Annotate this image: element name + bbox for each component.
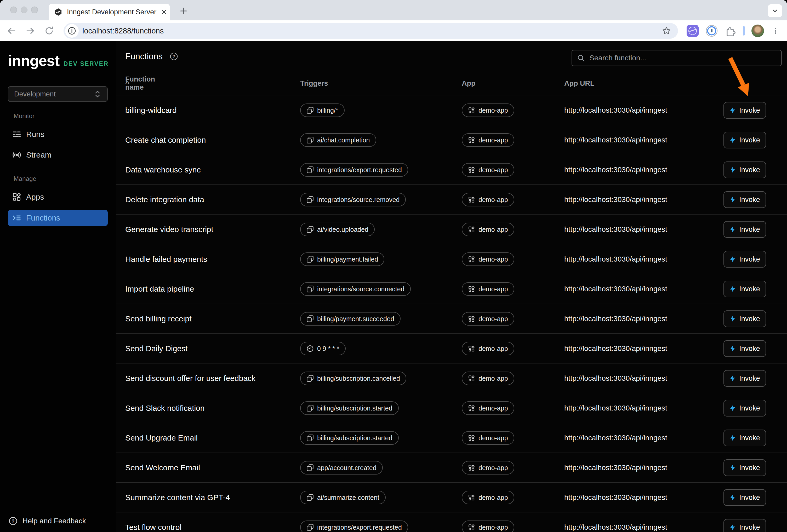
forward-button[interactable] <box>23 23 38 38</box>
window-minimize-button[interactable] <box>21 6 27 13</box>
sort-asc-icon: ^ <box>125 71 129 95</box>
sidebar-item-apps[interactable]: Apps <box>8 189 108 205</box>
search-icon <box>577 54 585 62</box>
browser-tab[interactable]: Inngest Development Server <box>49 4 170 20</box>
browser-menu-icon[interactable] <box>771 26 780 36</box>
function-name[interactable]: Delete integration data <box>125 185 204 215</box>
trigger-badge: billing/subscription.started <box>300 401 399 415</box>
event-icon <box>306 285 314 293</box>
function-name[interactable]: Summarize content via GPT-4 <box>125 483 230 512</box>
function-name[interactable]: Send Upgrade Email <box>125 423 198 453</box>
trigger-label: integrations/source.connected <box>317 285 404 293</box>
help-icon: ? <box>8 516 18 526</box>
event-icon <box>306 524 314 531</box>
trigger-badge: app/account.created <box>300 461 383 474</box>
sidebar-item-stream[interactable]: Stream <box>8 147 108 163</box>
function-name[interactable]: Import data pipeline <box>125 274 194 304</box>
app-label: demo-app <box>478 524 508 531</box>
function-name[interactable]: Send discount offer for user feedback <box>125 363 255 393</box>
invoke-button[interactable]: Invoke <box>723 251 766 268</box>
app-grid-icon <box>468 464 475 471</box>
window-controls[interactable] <box>10 6 38 13</box>
function-name[interactable]: Send Daily Digest <box>125 334 188 363</box>
invoke-label: Invoke <box>739 345 760 353</box>
invoke-button[interactable]: Invoke <box>723 370 766 387</box>
trigger-badge: integrations/source.connected <box>300 282 411 296</box>
environment-selector[interactable]: Development <box>8 86 108 102</box>
site-info-icon[interactable] <box>65 24 79 38</box>
profile-avatar[interactable] <box>751 25 764 37</box>
app-badge: demo-app <box>462 163 514 177</box>
new-tab-button[interactable] <box>178 6 189 16</box>
invoke-button[interactable]: Invoke <box>723 519 766 532</box>
extensions-puzzle-icon[interactable] <box>725 25 736 37</box>
lightning-bolt-icon <box>729 404 736 412</box>
function-name[interactable]: Send Slack notification <box>125 393 205 423</box>
function-name[interactable]: Test flow control <box>125 512 182 532</box>
trigger-label: billing/subscription.started <box>317 434 392 442</box>
event-icon <box>306 107 314 114</box>
invoke-button[interactable]: Invoke <box>723 400 766 417</box>
purple-extension-icon[interactable] <box>687 25 699 37</box>
invoke-button[interactable]: Invoke <box>723 310 766 327</box>
invoke-button[interactable]: Invoke <box>723 221 766 238</box>
table-row: Create chat completion ai/chat.completio… <box>116 125 787 155</box>
function-name[interactable]: Data warehouse sync <box>125 155 201 185</box>
bookmark-star-icon[interactable] <box>662 26 671 36</box>
trigger-label: billing/payment.failed <box>317 256 378 263</box>
reload-button[interactable] <box>42 23 57 38</box>
invoke-label: Invoke <box>739 136 760 144</box>
table-row: Handle failed payments billing/payment.f… <box>116 244 787 274</box>
invoke-button[interactable]: Invoke <box>723 161 766 178</box>
window-close-button[interactable] <box>10 6 17 13</box>
invoke-button[interactable]: Invoke <box>723 191 766 208</box>
invoke-button[interactable]: Invoke <box>723 459 766 476</box>
app-url: http://localhost:3030/api/inngest <box>564 155 667 185</box>
tab-title: Inngest Development Server <box>67 8 156 16</box>
app-label: demo-app <box>478 404 508 412</box>
help-circle-icon[interactable]: ? <box>169 52 178 61</box>
help-and-feedback[interactable]: ? Help and Feedback <box>8 513 86 529</box>
window-zoom-button[interactable] <box>31 6 38 13</box>
function-name[interactable]: billing-wildcard <box>125 95 177 125</box>
invoke-button[interactable]: Invoke <box>723 340 766 357</box>
onepassword-extension-icon[interactable] <box>705 25 718 37</box>
sidebar-item-runs[interactable]: Runs <box>8 127 108 142</box>
invoke-button[interactable]: Invoke <box>723 102 766 119</box>
function-name[interactable]: Handle failed payments <box>125 244 207 274</box>
function-name[interactable]: Send billing receipt <box>125 304 192 334</box>
address-bar[interactable]: localhost:8288/functions <box>64 23 678 39</box>
invoke-button[interactable]: Invoke <box>723 132 766 149</box>
tab-close-icon[interactable] <box>161 7 167 17</box>
app-badge: demo-app <box>462 461 514 474</box>
function-name[interactable]: Create chat completion <box>125 125 206 155</box>
sidebar-item-functions[interactable]: Functions <box>8 210 108 226</box>
function-name[interactable]: Generate video transcript <box>125 215 213 244</box>
invoke-button[interactable]: Invoke <box>723 489 766 506</box>
app-badge: demo-app <box>462 193 514 206</box>
svg-text:?: ? <box>12 519 15 524</box>
tab-strip: Inngest Development Server <box>0 0 787 20</box>
invoke-button[interactable]: Invoke <box>723 429 766 446</box>
trigger-badge: 0 9 * * * <box>300 342 346 355</box>
invoke-button[interactable]: Invoke <box>723 281 766 297</box>
invoke-label: Invoke <box>739 255 760 263</box>
table-row: Send billing receipt billing/payment.suc… <box>116 304 787 334</box>
event-icon <box>306 464 314 471</box>
function-name[interactable]: Send Welcome Email <box>125 453 200 483</box>
trigger-label: integrations/source.removed <box>317 196 400 203</box>
functions-table-body: billing-wildcard billing/* <box>116 95 787 532</box>
app-badge: demo-app <box>462 431 514 445</box>
table-row: Test flow control integrations/export.re… <box>116 512 787 532</box>
search-box[interactable] <box>572 50 782 66</box>
lightning-bolt-icon <box>729 345 736 352</box>
app-label: demo-app <box>478 136 508 144</box>
svg-text:?: ? <box>173 54 175 59</box>
tab-search-button[interactable] <box>768 4 782 17</box>
app-label: demo-app <box>478 166 508 174</box>
url-text[interactable]: localhost:8288/functions <box>82 27 662 35</box>
search-input[interactable] <box>589 54 777 62</box>
trigger-label: ai/video.uploaded <box>317 226 368 233</box>
back-button[interactable] <box>4 23 19 38</box>
clock-icon <box>306 345 314 352</box>
